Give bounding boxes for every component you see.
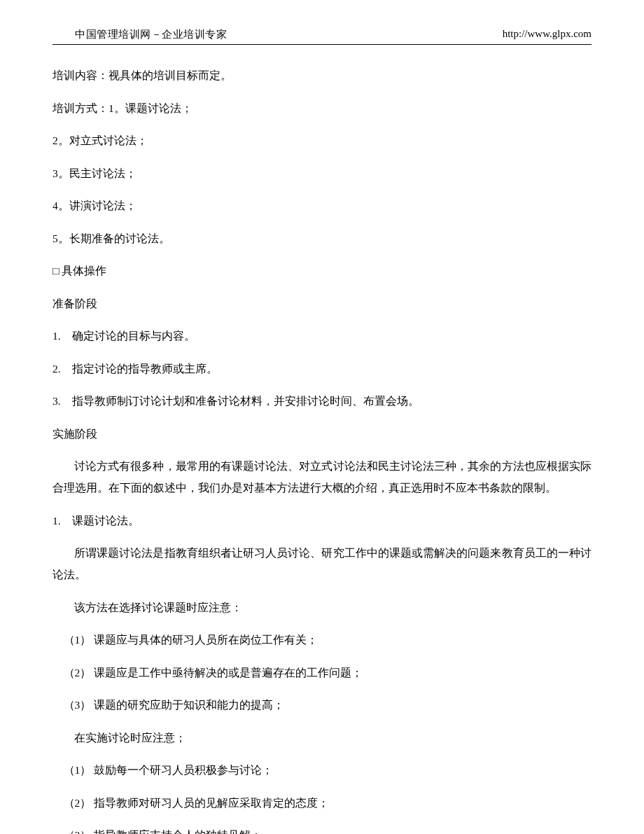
header-site-title: 中国管理培训网－企业培训专家 — [75, 28, 227, 41]
text-line: 4。讲演讨论法； — [52, 195, 592, 216]
numbered-item: 3. 指导教师制订讨论计划和准备讨论材料，并安排讨论时间、布置会场。 — [52, 390, 592, 412]
header-url: http://www.glpx.com — [503, 28, 592, 41]
numbered-item: 1. 确定讨论的目标与内容。 — [52, 325, 592, 347]
list-item: （1） 课题应与具体的研习人员所在岗位工作有关； — [52, 629, 592, 651]
subsection-heading: 准备阶段 — [52, 293, 592, 314]
page-header: 中国管理培训网－企业培训专家 http://www.glpx.com — [52, 28, 592, 45]
list-item: （3） 课题的研究应助于知识和能力的提高； — [52, 694, 592, 716]
text-line: 5。长期准备的讨论法。 — [52, 228, 592, 249]
text-line: 2。对立式讨论法； — [52, 130, 592, 151]
section-marker: □ 具体操作 — [52, 260, 592, 282]
numbered-item: 2. 指定讨论的指导教师或主席。 — [52, 358, 592, 380]
paragraph: 所谓课题讨论法是指教育组织者让研习人员讨论、研究工作中的课题或需解决的问题来教育… — [52, 542, 592, 585]
list-item: （3） 指导教师应支持个人的独特见解； — [52, 824, 592, 834]
text-line: 培训内容：视具体的培训目标而定。 — [52, 64, 592, 86]
list-item: （2） 指导教师对研习人员的见解应采取肯定的态度； — [52, 792, 592, 814]
numbered-item: 1. 课题讨论法。 — [52, 510, 592, 531]
text-line: 该方法在选择讨论课题时应注意： — [52, 597, 592, 618]
text-line: 培训方式：1。课题讨论法； — [52, 97, 592, 119]
text-line: 3。民主讨论法； — [52, 162, 592, 184]
document-page: 中国管理培训网－企业培训专家 http://www.glpx.com 培训内容：… — [0, 0, 644, 834]
document-body: 培训内容：视具体的培训目标而定。 培训方式：1。课题讨论法； 2。对立式讨论法；… — [52, 64, 592, 834]
text-line: 在实施讨论时应注意； — [52, 727, 592, 749]
list-item: （2） 课题应是工作中亟待解决的或是普遍存在的工作问题； — [52, 662, 592, 683]
subsection-heading: 实施阶段 — [52, 423, 592, 445]
list-item: （1） 鼓励每一个研习人员积极参与讨论； — [52, 759, 592, 781]
paragraph: 讨论方式有很多种，最常用的有课题讨论法、对立式讨论法和民主讨论法三种，其余的方法… — [52, 455, 592, 499]
